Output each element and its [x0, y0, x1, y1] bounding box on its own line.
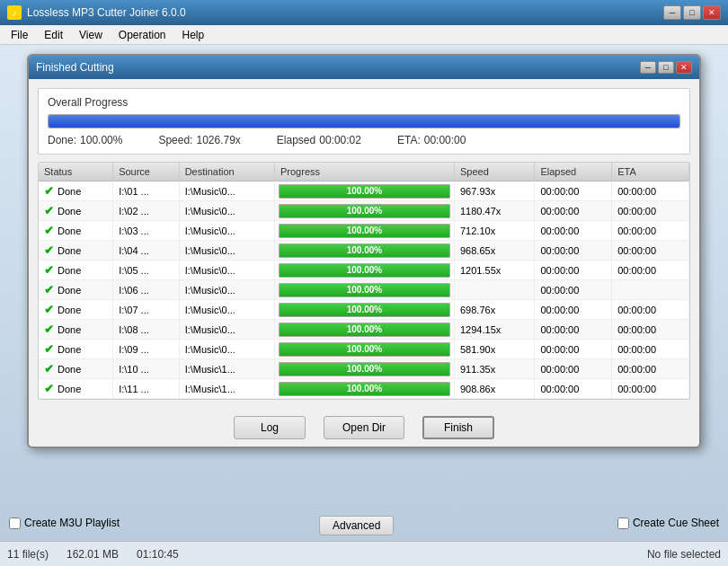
cell-elapsed-2: 00:00:00 — [535, 221, 612, 241]
stat-elapsed: Elapsed 00:00:02 — [277, 134, 361, 146]
cell-progress-3: 100.00% — [274, 241, 454, 261]
cell-source-1: I:\02 ... — [113, 201, 180, 221]
cell-status-2: ✔ Done — [39, 221, 113, 241]
check-icon-3: ✔ — [44, 243, 54, 257]
create-m3u-checkbox-label[interactable]: Create M3U Playlist — [9, 517, 120, 529]
cell-progress-4: 100.00% — [274, 261, 454, 280]
status-file-count: 11 file(s) — [7, 548, 49, 561]
cell-status-5: ✔ Done — [39, 280, 113, 300]
cell-speed-3: 968.65x — [454, 241, 534, 261]
check-icon-10: ✔ — [44, 382, 54, 395]
cell-eta-1: 00:00:00 — [612, 201, 689, 221]
overall-section: Overall Progress Done: 100.00% Speed: — [38, 88, 690, 155]
cell-progress-6: 100.00% — [274, 300, 454, 320]
col-source: Source — [113, 163, 180, 181]
cell-source-10: I:\11 ... — [113, 379, 180, 399]
check-icon-5: ✔ — [44, 283, 54, 296]
table-row: ✔ Done I:\07 ... I:\Music\0... 100.00% 6… — [39, 300, 689, 320]
cell-speed-10: 908.86x — [454, 379, 534, 399]
menu-bar: File Edit View Operation Help — [0, 25, 728, 45]
cell-eta-6: 00:00:00 — [612, 300, 689, 320]
cell-source-4: I:\05 ... — [113, 261, 180, 280]
cell-source-0: I:\01 ... — [113, 181, 180, 201]
col-speed: Speed — [454, 163, 534, 181]
maximize-button[interactable]: □ — [683, 5, 701, 20]
menu-edit[interactable]: Edit — [37, 28, 70, 41]
dialog-close-button[interactable]: ✕ — [676, 61, 692, 74]
cell-elapsed-10: 00:00:00 — [535, 379, 612, 399]
stat-eta: ETA: 00:00:00 — [397, 134, 466, 146]
jobs-table: Status Source Destination Progress Speed… — [39, 163, 689, 399]
overall-stats: Done: 100.00% Speed: 1026.79x Elapsed 00… — [48, 134, 680, 146]
main-window: ♪ Lossless MP3 Cutter Joiner 6.0.0 ─ □ ✕… — [0, 0, 728, 566]
check-icon-6: ✔ — [44, 303, 54, 316]
cell-eta-8: 00:00:00 — [612, 340, 689, 359]
table-row: ✔ Done I:\09 ... I:\Music\0... 100.00% 5… — [39, 340, 689, 359]
cell-status-7: ✔ Done — [39, 320, 113, 340]
cell-dest-8: I:\Music\0... — [179, 340, 274, 359]
dialog-content: Overall Progress Done: 100.00% Speed: — [29, 79, 699, 409]
close-button[interactable]: ✕ — [703, 5, 721, 20]
cell-status-8: ✔ Done — [39, 340, 113, 359]
cell-status-10: ✔ Done — [39, 379, 113, 399]
minimize-button[interactable]: ─ — [663, 5, 681, 20]
cell-progress-10: 100.00% — [274, 379, 454, 399]
cell-source-9: I:\10 ... — [113, 359, 180, 379]
cell-dest-1: I:\Music\0... — [179, 201, 274, 221]
cell-progress-7: 100.00% — [274, 320, 454, 340]
cell-source-3: I:\04 ... — [113, 241, 180, 261]
table-row: ✔ Done I:\06 ... I:\Music\0... 100.00% 0… — [39, 280, 689, 300]
main-area: Finished Cutting ─ □ ✕ Overall Progress — [0, 45, 728, 541]
cell-dest-0: I:\Music\0... — [179, 181, 274, 201]
dialog-maximize-button[interactable]: □ — [658, 61, 674, 74]
table-row: ✔ Done I:\02 ... I:\Music\0... 100.00% 1… — [39, 201, 689, 221]
cell-speed-8: 581.90x — [454, 340, 534, 359]
dialog-title-bar: Finished Cutting ─ □ ✕ — [29, 56, 699, 79]
cell-source-8: I:\09 ... — [113, 340, 180, 359]
cell-source-6: I:\07 ... — [113, 300, 180, 320]
open-dir-button[interactable]: Open Dir — [324, 416, 404, 439]
table-row: ✔ Done I:\10 ... I:\Music\1... 100.00% 9… — [39, 359, 689, 379]
cell-speed-7: 1294.15x — [454, 320, 534, 340]
menu-operation[interactable]: Operation — [111, 28, 173, 41]
cell-elapsed-5: 00:00:00 — [535, 280, 612, 300]
cell-elapsed-3: 00:00:00 — [535, 241, 612, 261]
cell-dest-3: I:\Music\0... — [179, 241, 274, 261]
cell-progress-9: 100.00% — [274, 359, 454, 379]
cell-elapsed-6: 00:00:00 — [535, 300, 612, 320]
jobs-table-container: Status Source Destination Progress Speed… — [38, 162, 690, 400]
create-cue-checkbox-label[interactable]: Create Cue Sheet — [617, 517, 719, 529]
cell-elapsed-4: 00:00:00 — [535, 261, 612, 280]
cell-eta-9: 00:00:00 — [612, 359, 689, 379]
dialog-title: Finished Cutting — [36, 61, 114, 74]
cell-eta-3: 00:00:00 — [612, 241, 689, 261]
cell-progress-5: 100.00% — [274, 280, 454, 300]
cell-speed-0: 967.93x — [454, 181, 534, 201]
cell-speed-2: 712.10x — [454, 221, 534, 241]
cell-progress-8: 100.00% — [274, 340, 454, 359]
log-button[interactable]: Log — [234, 416, 306, 439]
app-icon: ♪ — [7, 5, 22, 20]
menu-file[interactable]: File — [4, 28, 35, 41]
advanced-button[interactable]: Advanced — [319, 516, 394, 535]
create-m3u-checkbox[interactable] — [9, 517, 21, 529]
finish-button[interactable]: Finish — [422, 416, 494, 439]
cell-status-4: ✔ Done — [39, 261, 113, 280]
status-selection: No file selected — [647, 548, 721, 561]
dialog-minimize-button[interactable]: ─ — [640, 61, 656, 74]
check-icon-8: ✔ — [44, 342, 54, 356]
menu-help[interactable]: Help — [175, 28, 212, 41]
create-cue-checkbox[interactable] — [617, 517, 629, 529]
table-row: ✔ Done I:\03 ... I:\Music\0... 100.00% 7… — [39, 221, 689, 241]
col-status: Status — [39, 163, 113, 181]
cell-elapsed-0: 00:00:00 — [535, 181, 612, 201]
cell-status-1: ✔ Done — [39, 201, 113, 221]
status-file-size: 162.01 MB — [67, 548, 119, 561]
cell-speed-1: 1180.47x — [454, 201, 534, 221]
table-row: ✔ Done I:\11 ... I:\Music\1... 100.00% 9… — [39, 379, 689, 399]
jobs-tbody: ✔ Done I:\01 ... I:\Music\0... 100.00% 9… — [39, 181, 689, 399]
menu-view[interactable]: View — [72, 28, 110, 41]
cell-progress-2: 100.00% — [274, 221, 454, 241]
status-bar: 11 file(s) 162.01 MB 01:10:45 No file se… — [0, 541, 728, 566]
stat-done: Done: 100.00% — [48, 134, 122, 146]
